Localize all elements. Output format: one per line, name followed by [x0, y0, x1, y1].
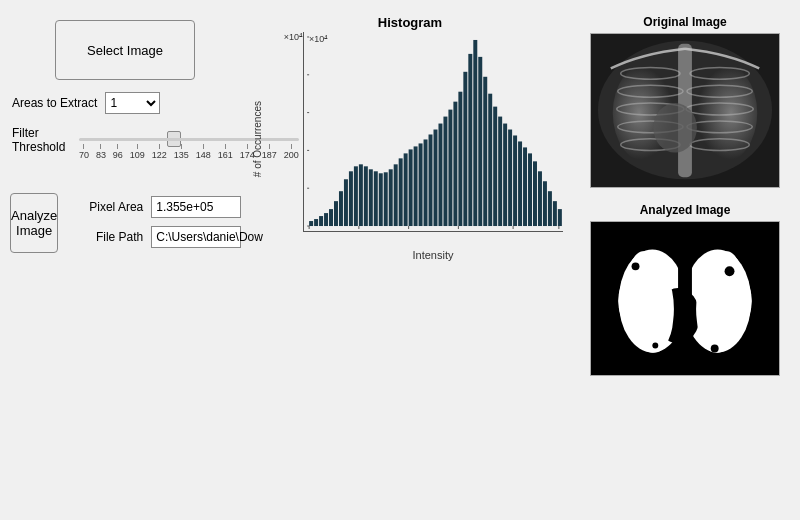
tick-70: 70: [79, 144, 89, 160]
file-path-label: File Path: [73, 230, 143, 244]
svg-point-98: [711, 345, 719, 353]
original-image-container: [590, 33, 780, 188]
tick-122: 122: [152, 144, 167, 160]
original-image-title: Original Image: [643, 15, 726, 29]
filter-threshold-label: Filter Threshold: [12, 126, 73, 154]
svg-rect-34: [443, 117, 447, 226]
tick-96: 96: [113, 144, 123, 160]
svg-point-95: [632, 262, 640, 270]
svg-rect-38: [463, 72, 467, 226]
histogram-panel: Histogram # of Occurrences ×10⁴: [250, 10, 570, 510]
svg-rect-11: [329, 209, 333, 226]
svg-rect-14: [344, 179, 348, 226]
svg-rect-21: [379, 173, 383, 226]
svg-rect-36: [453, 102, 457, 226]
svg-rect-39: [468, 54, 472, 226]
filter-section: Filter Threshold 70 83 96 109 122 135 14…: [10, 126, 240, 156]
svg-rect-13: [339, 191, 343, 226]
xray-svg: [591, 33, 779, 188]
tick-148: 148: [196, 144, 211, 160]
svg-rect-33: [438, 124, 442, 226]
svg-rect-29: [419, 143, 423, 226]
svg-rect-53: [538, 171, 542, 226]
svg-rect-50: [523, 147, 527, 226]
svg-rect-26: [404, 153, 408, 226]
svg-rect-56: [553, 201, 557, 226]
svg-rect-32: [434, 130, 438, 227]
svg-text:×10⁴: ×10⁴: [309, 34, 328, 44]
analyzed-image-section: Analyzed Image: [580, 203, 790, 376]
svg-rect-27: [409, 149, 413, 226]
svg-rect-17: [359, 164, 363, 226]
svg-rect-46: [503, 124, 507, 226]
pixel-area-value: 1.355e+05: [151, 196, 241, 218]
svg-rect-19: [369, 169, 373, 226]
svg-rect-15: [349, 171, 353, 226]
tick-161: 161: [218, 144, 233, 160]
analyzed-image-title: Analyzed Image: [640, 203, 731, 217]
svg-rect-52: [533, 161, 537, 226]
slider-track: [79, 138, 299, 141]
slider-container: 70 83 96 109 122 135 148 161 174 187 200: [79, 126, 240, 156]
svg-rect-16: [354, 166, 358, 226]
svg-rect-20: [374, 171, 378, 226]
right-panel: Original Image: [580, 10, 790, 510]
pixel-area-label: Pixel Area: [73, 200, 143, 214]
svg-point-96: [725, 266, 735, 276]
svg-rect-31: [429, 134, 433, 226]
svg-rect-44: [493, 107, 497, 226]
svg-rect-18: [364, 166, 368, 226]
file-path-value: C:\Users\danie\Dow: [151, 226, 241, 248]
analyze-image-button[interactable]: Analyze Image: [10, 193, 58, 253]
histogram-title: Histogram: [250, 15, 570, 30]
y-axis-label: # of Occurrences: [252, 101, 263, 177]
tick-187: 187: [262, 144, 277, 160]
analyzed-image-container: [590, 221, 780, 376]
svg-rect-47: [508, 130, 512, 227]
svg-rect-54: [543, 181, 547, 226]
svg-rect-51: [528, 153, 532, 226]
select-image-button[interactable]: Select Image: [55, 20, 195, 80]
svg-rect-41: [478, 57, 482, 226]
svg-rect-9: [319, 216, 323, 226]
tick-135: 135: [174, 144, 189, 160]
svg-rect-30: [424, 139, 428, 226]
svg-rect-23: [389, 169, 393, 226]
svg-rect-40: [473, 40, 477, 226]
areas-label: Areas to Extract: [12, 96, 97, 110]
svg-rect-25: [399, 158, 403, 226]
histogram-svg: 0 0.5 1 1.5 2 2.5 ×10⁴: [303, 32, 563, 232]
svg-rect-8: [314, 219, 318, 226]
svg-rect-57: [558, 209, 562, 226]
svg-rect-7: [309, 221, 313, 226]
svg-rect-12: [334, 201, 338, 226]
pixel-area-row: Pixel Area 1.355e+05: [73, 196, 241, 218]
tick-109: 109: [130, 144, 145, 160]
x-axis-label: Intensity: [303, 249, 563, 261]
svg-rect-10: [324, 213, 328, 226]
areas-select[interactable]: 1 2 3: [105, 92, 160, 114]
y-multiplier: ×10⁴: [284, 32, 303, 42]
left-panel: Select Image Areas to Extract 1 2 3 Filt…: [10, 10, 240, 510]
svg-rect-28: [414, 146, 418, 226]
original-image-section: Original Image: [580, 15, 790, 188]
svg-rect-45: [498, 117, 502, 226]
file-path-row: File Path C:\Users\danie\Dow: [73, 226, 241, 248]
svg-rect-48: [513, 135, 517, 226]
svg-rect-37: [458, 92, 462, 226]
svg-rect-43: [488, 94, 492, 226]
slider-ticks: 70 83 96 109 122 135 148 161 174 187 200: [79, 144, 299, 160]
svg-rect-55: [548, 191, 552, 226]
svg-rect-24: [394, 164, 398, 226]
svg-rect-22: [384, 172, 388, 226]
info-section: Pixel Area 1.355e+05 File Path C:\Users\…: [73, 196, 241, 248]
svg-point-97: [652, 343, 658, 349]
tick-200: 200: [284, 144, 299, 160]
svg-rect-35: [448, 110, 452, 226]
svg-rect-49: [518, 141, 522, 226]
analyzed-svg: [591, 221, 779, 376]
svg-point-90: [653, 103, 697, 152]
tick-83: 83: [96, 144, 106, 160]
areas-row: Areas to Extract 1 2 3: [10, 92, 240, 114]
svg-rect-42: [483, 77, 487, 226]
